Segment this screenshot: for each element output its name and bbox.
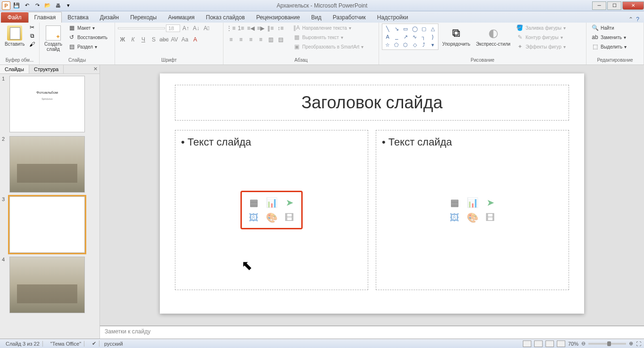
title-placeholder[interactable]: Заголовок слайда [175, 85, 569, 121]
select-button[interactable]: ⬚Выделить ▾ [589, 42, 628, 51]
indent-dec-icon[interactable]: ≡◀ [246, 24, 256, 33]
new-slide-button[interactable]: Создать слайд [42, 24, 64, 54]
tab-developer[interactable]: Разработчик [327, 12, 372, 23]
bullets-icon[interactable]: ⋮≡ [226, 24, 236, 33]
smartart-button[interactable]: ▣Преобразовать в SmartArt ▾ [291, 42, 365, 51]
insert-clipart-icon[interactable]: 🎨 [464, 211, 480, 224]
shape-arrow-icon[interactable]: ↘ [392, 25, 401, 32]
save-icon[interactable]: 💾 [12, 1, 21, 10]
spacing-button[interactable]: AV [170, 35, 179, 44]
tab-addins[interactable]: Надстройки [372, 12, 414, 23]
app-icon[interactable]: P [2, 1, 10, 10]
shape-effects-button[interactable]: ✦Эффекты фигур ▾ [514, 42, 568, 51]
notes-pane[interactable]: Заметки к слайду [100, 325, 644, 339]
cut-icon[interactable]: ✂ [28, 24, 36, 31]
tab-transitions[interactable]: Переходы [124, 12, 162, 23]
shape-rect-icon[interactable]: ▭ [401, 25, 410, 32]
tab-review[interactable]: Рецензирование [250, 12, 305, 23]
strike-button[interactable]: abc [159, 35, 169, 44]
tab-insert[interactable]: Вставка [62, 12, 94, 23]
shape-arrow2-icon[interactable]: ↗ [401, 33, 410, 40]
tab-design[interactable]: Дизайн [94, 12, 124, 23]
shape-outline-button[interactable]: ✎Контур фигуры ▾ [514, 33, 568, 41]
replace-button[interactable]: abЗаменить ▾ [589, 33, 628, 41]
tab-view[interactable]: Вид [305, 12, 327, 23]
insert-clipart-icon[interactable]: 🎨 [264, 211, 280, 224]
font-name-combo[interactable] [118, 27, 165, 29]
bold-button[interactable]: Ж [118, 35, 127, 44]
redo-icon[interactable]: ↷ [33, 1, 41, 10]
zoom-out-icon[interactable]: ⊖ [581, 340, 586, 347]
shapes-gallery[interactable]: ╲ ↘ ▭ ◯ ▢ △ A ⎯ ↗ ∿ ┐ } ☆ ⬠ ⬡ ◇ ⤴ ▾ [382, 24, 438, 50]
thumbnail-4[interactable]: 4 [2, 257, 98, 313]
view-normal-icon[interactable] [523, 340, 531, 347]
shape-roundrect-icon[interactable]: ▢ [420, 25, 428, 32]
thumbnail-1[interactable]: 1 Фотоальбом Spiridonov [2, 76, 98, 132]
insert-chart-icon[interactable]: 📊 [264, 196, 280, 209]
shape-more3-icon[interactable]: ◇ [410, 41, 419, 49]
shrink-font-icon[interactable]: A↓ [191, 24, 201, 33]
italic-button[interactable]: К [128, 35, 138, 44]
insert-chart-icon[interactable]: 📊 [464, 196, 480, 209]
shape-line2-icon[interactable]: ⎯ [392, 33, 401, 40]
shape-triangle-icon[interactable]: △ [429, 25, 437, 32]
minimize-button[interactable]: ─ [592, 1, 606, 10]
panel-close-icon[interactable]: ✕ [93, 66, 98, 72]
copy-icon[interactable]: ⧉ [28, 32, 36, 40]
shape-brace-icon[interactable]: } [429, 33, 437, 40]
find-button[interactable]: 🔍Найти [589, 24, 628, 32]
status-spellcheck-icon[interactable]: ✔ [89, 340, 99, 347]
thumbnail-3[interactable]: 3 [2, 196, 98, 253]
align-text-button[interactable]: ▦Выровнять текст ▾ [291, 33, 365, 41]
close-button[interactable]: ✕ [622, 1, 644, 10]
shape-star-icon[interactable]: ☆ [383, 41, 392, 49]
paste-button[interactable]: Вставить [3, 24, 26, 49]
justify-icon[interactable]: ≡ [256, 35, 265, 44]
arrange-button[interactable]: ⧉ Упорядочить [440, 24, 472, 49]
reset-button[interactable]: ↺Восстановить [66, 33, 109, 41]
qat-more-icon[interactable]: ▾ [64, 1, 73, 10]
align-left-icon[interactable]: ≡ [226, 35, 236, 44]
numbering-icon[interactable]: 1≡ [236, 24, 246, 33]
shape-fill-button[interactable]: 🪣Заливка фигуры ▾ [514, 24, 568, 32]
file-tab[interactable]: Файл [1, 12, 28, 23]
tab-slideshow[interactable]: Показ слайдов [200, 12, 251, 23]
print-icon[interactable]: 🖶 [54, 1, 62, 10]
shape-dropdown-icon[interactable]: ▾ [429, 41, 437, 49]
insert-media-icon[interactable]: 🎞 [482, 211, 498, 224]
panel-tab-slides[interactable]: Слайды [0, 65, 29, 73]
columns-icon[interactable]: ▥ [266, 35, 275, 44]
thumbnail-2[interactable]: 2 [2, 136, 98, 193]
case-button[interactable]: Aa [180, 35, 190, 44]
font-size-combo[interactable]: 18 [166, 24, 180, 32]
slide-canvas[interactable]: Заголовок слайда Текст слайда ▦ 📊 ➤ 🖼 🎨 … [100, 65, 644, 325]
underline-button[interactable]: Ч [139, 35, 148, 44]
format-painter-icon[interactable]: 🖌 [28, 40, 36, 48]
slide[interactable]: Заголовок слайда Текст слайда ▦ 📊 ➤ 🖼 🎨 … [160, 73, 584, 314]
insert-table-icon[interactable]: ▦ [446, 196, 462, 209]
insert-media-icon[interactable]: 🎞 [281, 211, 297, 224]
view-reading-icon[interactable] [545, 340, 554, 347]
clear-format-icon[interactable]: A⃠ [202, 24, 211, 33]
open-icon[interactable]: 📂 [43, 1, 52, 10]
insert-smartart-icon[interactable]: ➤ [482, 196, 498, 209]
align-center-icon[interactable]: ≡ [236, 35, 246, 44]
quick-styles-button[interactable]: ◐ Экспресс-стили [474, 24, 512, 49]
shape-more2-icon[interactable]: ⬡ [401, 41, 410, 49]
status-language[interactable]: русский [104, 341, 123, 347]
shape-text-icon[interactable]: A [383, 33, 392, 40]
shadow-button[interactable]: S [149, 35, 158, 44]
indent-inc-icon[interactable]: ≡▶ [256, 24, 265, 33]
tab-animation[interactable]: Анимация [162, 12, 200, 23]
insert-table-icon[interactable]: ▦ [246, 196, 262, 209]
shape-more1-icon[interactable]: ⬠ [392, 41, 401, 49]
content-placeholder-left[interactable]: Текст слайда ▦ 📊 ➤ 🖼 🎨 🎞 ⬉ [175, 130, 368, 290]
view-sorter-icon[interactable] [534, 340, 543, 347]
shape-connector-icon[interactable]: ┐ [420, 33, 428, 40]
insert-picture-icon[interactable]: 🖼 [446, 211, 462, 224]
shape-more4-icon[interactable]: ⤴ [420, 41, 428, 49]
undo-icon[interactable]: ↶ [23, 1, 31, 10]
shape-oval-icon[interactable]: ◯ [410, 25, 419, 32]
shape-line-icon[interactable]: ╲ [383, 25, 392, 32]
list-level-icon[interactable]: ▤ [276, 35, 285, 44]
